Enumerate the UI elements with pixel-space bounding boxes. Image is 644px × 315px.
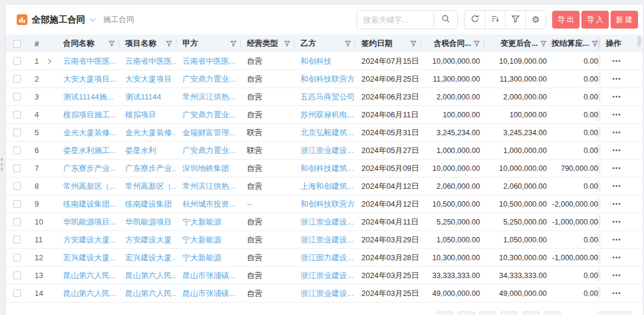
party-a-link[interactable]: 云南省中医医... — [177, 52, 241, 70]
project-name-link[interactable]: 宏兴建设大厦... — [119, 249, 177, 266]
filter-funnel-icon[interactable] — [284, 40, 290, 47]
filter-funnel-icon[interactable] — [473, 40, 480, 47]
select-all-checkbox[interactable] — [13, 40, 21, 48]
create-button[interactable]: 新建 — [611, 11, 638, 29]
contract-name-link[interactable]: 云南省中医医... — [57, 52, 119, 70]
party-a-link[interactable]: 宁大新能源 — [177, 249, 241, 266]
row-checkbox[interactable] — [13, 272, 21, 279]
party-b-link[interactable]: 五匹马商贸公司 — [295, 88, 355, 105]
contract-name-link[interactable]: 方安建设大厦... — [57, 231, 119, 248]
contract-name-link[interactable]: 测试11144施... — [57, 88, 119, 105]
export-button[interactable]: 导出 — [552, 11, 580, 29]
filter-funnel-icon[interactable] — [410, 40, 417, 47]
party-a-link[interactable]: 广安鼎力置业... — [177, 142, 241, 159]
project-name-link[interactable]: 常州高新区（... — [119, 177, 177, 195]
more-actions-button[interactable]: ••• — [612, 58, 621, 64]
row-checkbox[interactable] — [13, 289, 21, 297]
party-a-link[interactable]: 常州滨江供热... — [177, 88, 241, 105]
contract-name-link[interactable]: 模拟项目施工... — [57, 106, 119, 123]
party-a-link[interactable]: 杭州城市投资... — [177, 195, 241, 213]
more-actions-button[interactable]: ••• — [612, 183, 621, 189]
row-checkbox[interactable] — [13, 218, 21, 226]
project-name-link[interactable]: 测试11144 — [119, 88, 177, 105]
party-b-link[interactable]: 浙江崇业建设... — [295, 285, 355, 302]
party-b-link[interactable]: 和创科技 — [295, 52, 355, 70]
filter-funnel-icon[interactable] — [230, 40, 237, 47]
row-checkbox[interactable] — [13, 146, 21, 154]
party-b-link[interactable]: 浙江崇业建设... — [295, 213, 355, 230]
row-checkbox[interactable] — [13, 57, 21, 65]
column-header-sign_date[interactable]: 签约日期 — [355, 35, 421, 52]
more-actions-button[interactable]: ••• — [612, 148, 621, 154]
sort-list-button[interactable] — [485, 11, 505, 29]
filter-button[interactable] — [505, 11, 525, 29]
more-actions-button[interactable]: ••• — [612, 219, 621, 225]
party-a-link[interactable]: 深圳地铁集团 — [177, 160, 241, 177]
party-b-link[interactable]: 和创科技建筑... — [295, 160, 355, 177]
party-b-link[interactable]: 浙江崇业建设... — [295, 142, 355, 159]
more-actions-button[interactable]: ••• — [612, 94, 621, 100]
panel-drag-handle[interactable] — [1, 158, 4, 170]
filter-funnel-icon[interactable] — [592, 40, 598, 47]
project-name-link[interactable]: 云南省中医医... — [119, 52, 177, 70]
party-b-link[interactable]: 浙江崇业建设... — [295, 231, 355, 248]
column-header-biz_type[interactable]: 经营类型 — [241, 35, 295, 52]
pagination-button[interactable] — [479, 311, 496, 315]
row-checkbox[interactable] — [13, 129, 21, 136]
search-button[interactable] — [434, 11, 457, 29]
more-actions-button[interactable]: ••• — [612, 255, 621, 261]
column-header-contract[interactable]: 合同名称 — [57, 35, 119, 52]
project-name-link[interactable]: 昆山第六人民... — [119, 267, 177, 284]
row-checkbox[interactable] — [13, 182, 21, 190]
project-name-link[interactable]: 华凯能源项目 — [119, 213, 177, 230]
row-checkbox[interactable] — [13, 164, 21, 172]
party-a-link[interactable]: 金瑞财富管理... — [177, 124, 241, 141]
column-header-amount_with_tax[interactable]: 含税合同... — [421, 35, 484, 52]
contract-name-link[interactable]: 金光大厦装修... — [57, 124, 119, 141]
contract-name-link[interactable]: 大安大厦项目... — [57, 70, 119, 88]
filter-funnel-icon[interactable] — [109, 40, 115, 47]
project-name-link[interactable]: 模拟项目 — [119, 106, 177, 123]
more-actions-button[interactable]: ••• — [612, 130, 621, 136]
party-b-link[interactable]: 和创科技联营方 — [295, 70, 355, 88]
row-checkbox[interactable] — [13, 111, 21, 118]
project-name-link[interactable]: 练南建设集团 — [119, 195, 177, 213]
more-actions-button[interactable]: ••• — [612, 76, 621, 82]
more-actions-button[interactable]: ••• — [612, 166, 621, 171]
column-header-party_b[interactable]: 乙方 — [295, 35, 355, 52]
more-actions-button[interactable]: ••• — [612, 237, 621, 243]
party-a-link[interactable]: 广安鼎力置业... — [177, 70, 241, 88]
pagination-button[interactable] — [458, 311, 475, 315]
vertical-scrollbar-thumb[interactable] — [637, 36, 641, 46]
column-header-project[interactable]: 项目名称 — [119, 35, 177, 52]
party-b-link[interactable]: 浙江固力建设... — [295, 249, 355, 266]
project-name-link[interactable]: 广东寮步产业... — [119, 160, 177, 177]
contract-name-link[interactable]: 昆山第六人民... — [57, 267, 119, 284]
contract-name-link[interactable]: 娄星水利施工... — [57, 142, 119, 159]
filter-funnel-icon[interactable] — [345, 40, 351, 47]
party-b-link[interactable]: 苏州双禄机电... — [295, 106, 355, 123]
settings-button[interactable]: ⚙ — [525, 11, 546, 29]
row-checkbox[interactable] — [13, 200, 21, 208]
pagination-button[interactable] — [544, 311, 561, 315]
more-actions-button[interactable]: ••• — [612, 291, 621, 297]
pagination-button[interactable] — [436, 311, 453, 315]
more-actions-button[interactable]: ••• — [612, 273, 621, 279]
more-actions-button[interactable]: ••• — [612, 201, 621, 207]
search-input[interactable] — [357, 11, 434, 29]
filter-funnel-icon[interactable] — [166, 40, 172, 47]
contract-name-link[interactable]: 练南建设集团... — [57, 195, 119, 213]
project-name-link[interactable]: 大安大厦项目 — [119, 70, 177, 88]
row-checkbox[interactable] — [13, 93, 21, 101]
row-checkbox[interactable] — [13, 254, 21, 261]
column-header-amount_after_change[interactable]: 变更后合... — [484, 35, 551, 52]
pagination-button[interactable] — [522, 311, 539, 315]
refresh-button[interactable] — [465, 11, 485, 29]
project-name-link[interactable]: 金光大厦装修... — [119, 124, 177, 141]
party-b-link[interactable]: 浙江崇业建设... — [295, 267, 355, 284]
party-a-link[interactable]: 宁大新能源 — [177, 213, 241, 230]
party-a-link[interactable]: 昆山市张浦镇... — [177, 267, 241, 284]
contract-name-link[interactable]: 广东寮步产业... — [57, 160, 119, 177]
party-b-link[interactable]: 北京弘毅建筑... — [295, 124, 355, 141]
project-name-link[interactable]: 娄星水利 — [119, 142, 177, 159]
